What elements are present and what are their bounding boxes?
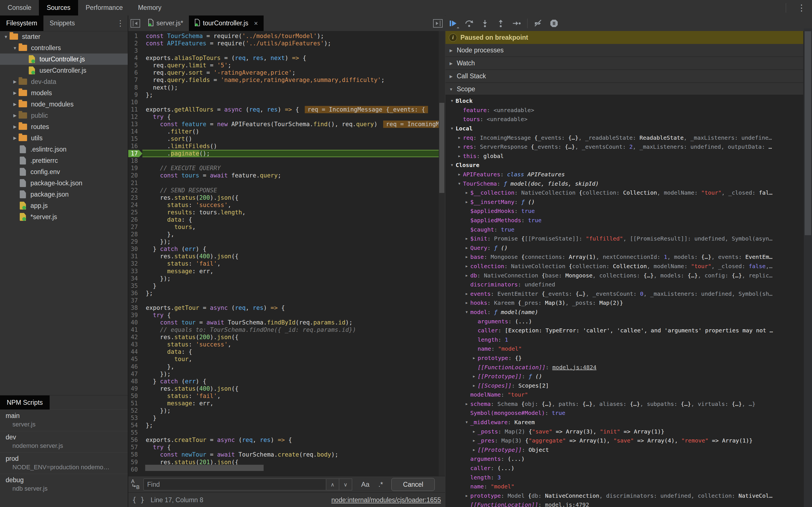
- line-number[interactable]: 58: [128, 451, 142, 458]
- horizontal-scrollbar-thumb[interactable]: [145, 465, 264, 471]
- scope-expander-icon[interactable]: ▶: [470, 356, 477, 360]
- scope-row[interactable]: ▶collection: NativeCollection {collectio…: [446, 262, 803, 271]
- close-tab-icon[interactable]: ×: [254, 19, 258, 27]
- line-number[interactable]: 28: [128, 231, 142, 238]
- line-number[interactable]: 41: [128, 326, 142, 334]
- scope-expander-icon[interactable]: ▶: [456, 172, 463, 176]
- code-line-38[interactable]: 38exports.getTour = async (req, res) => …: [128, 304, 439, 312]
- scope-row[interactable]: ▶$__collection: NativeCollection {collec…: [446, 188, 803, 198]
- scope-row[interactable]: ▼Block: [446, 96, 803, 106]
- scope-row[interactable]: discriminators: undefined: [446, 280, 803, 289]
- scope-row[interactable]: ▶db: NativeConnection {base: Mongoose, c…: [446, 271, 803, 280]
- line-number[interactable]: 5: [128, 62, 142, 69]
- line-number[interactable]: 8: [128, 84, 142, 91]
- scope-expander-icon[interactable]: ▶: [463, 274, 470, 277]
- code-line-1[interactable]: 1const TourSchema = require('../models/t…: [128, 33, 439, 40]
- line-number[interactable]: 9: [128, 91, 142, 99]
- tree-item-routes[interactable]: ▶routes: [0, 121, 128, 132]
- panel-scrollbar-thumb[interactable]: [805, 31, 811, 235]
- line-number[interactable]: 47: [128, 371, 142, 378]
- code-line-36[interactable]: 36};: [128, 290, 439, 297]
- tree-expander-icon[interactable]: ▼: [11, 46, 18, 50]
- line-number[interactable]: 26: [128, 216, 142, 223]
- code-line-9[interactable]: 9};: [128, 91, 439, 99]
- code-line-33[interactable]: 33 message: err,: [128, 268, 439, 275]
- code-line-49[interactable]: 49 res.status(400).json({: [128, 385, 439, 392]
- code-line-14[interactable]: 14 .filter(): [128, 128, 439, 135]
- scope-expander-icon[interactable]: ▶: [463, 264, 470, 268]
- npm-scripts-tab[interactable]: NPM Scripts: [0, 395, 50, 409]
- scope-expander-icon[interactable]: ▶: [470, 384, 477, 388]
- code-line-43[interactable]: 43 status: 'success',: [128, 341, 439, 348]
- scope-row[interactable]: ▶[[Prototype]]: Object: [446, 445, 803, 455]
- line-number[interactable]: 38: [128, 304, 142, 312]
- scope-row[interactable]: length: 3: [446, 473, 803, 482]
- line-number[interactable]: 50: [128, 392, 142, 400]
- code-line-20[interactable]: 20 const tours = await feature.query;: [128, 172, 439, 179]
- scope-expander-icon[interactable]: ▶: [463, 237, 470, 240]
- section-expander-icon[interactable]: ▶: [446, 61, 457, 66]
- scope-row[interactable]: ▶events: EventEmitter {_events: {…}, _ev…: [446, 289, 803, 298]
- code-line-27[interactable]: 27 tours,: [128, 223, 439, 231]
- line-number[interactable]: 12: [128, 113, 142, 121]
- code-line-39[interactable]: 39 try {: [128, 312, 439, 319]
- line-number[interactable]: 55: [128, 429, 142, 436]
- line-number[interactable]: 19: [128, 165, 142, 172]
- section-header-call-stack[interactable]: ▶Call Stack: [446, 70, 803, 83]
- line-number[interactable]: 39: [128, 312, 142, 319]
- sidebar-kebab-icon[interactable]: ⋮: [116, 15, 124, 31]
- code-line-6[interactable]: 6 req.query.sort = '-ratingAverage,price…: [128, 69, 439, 76]
- step-into-button[interactable]: [477, 15, 493, 31]
- code-line-5[interactable]: 5 req.query.limit = '5';: [128, 62, 439, 69]
- line-number[interactable]: 2: [128, 40, 142, 47]
- line-number[interactable]: 24: [128, 202, 142, 209]
- line-number[interactable]: 27: [128, 223, 142, 231]
- line-number[interactable]: 43: [128, 341, 142, 348]
- code-line-29[interactable]: 29 });: [128, 238, 439, 245]
- tree-item-server.js[interactable]: *server.js: [0, 211, 128, 223]
- scope-row[interactable]: caller: (...): [446, 464, 803, 473]
- main-tab-performance[interactable]: Performance: [78, 0, 131, 15]
- scope-row[interactable]: ▶Query: ƒ (): [446, 243, 803, 252]
- code-line-13[interactable]: 13 const feature = new APIFeatures(TourS…: [128, 121, 439, 128]
- tree-item-tourController.js[interactable]: tourController.js: [0, 54, 128, 65]
- npm-script-main[interactable]: mainserver.js: [0, 410, 128, 431]
- line-number[interactable]: 54: [128, 421, 142, 429]
- tree-item-.eslintrc.json[interactable]: .eslintrc.json: [0, 144, 128, 155]
- scope-expander-icon[interactable]: ▶: [470, 439, 477, 443]
- scope-expander-icon[interactable]: ▼: [448, 126, 456, 130]
- scope-row[interactable]: tours: <unreadable>: [446, 115, 803, 124]
- scope-expander-icon[interactable]: ▼: [448, 99, 456, 103]
- code-line-15[interactable]: 15 .sort(): [128, 135, 439, 143]
- line-number[interactable]: 25: [128, 209, 142, 216]
- scope-row[interactable]: name: "model": [446, 482, 803, 491]
- editor-tab-tourController.js[interactable]: tourController.js×: [189, 15, 264, 31]
- line-number[interactable]: 44: [128, 348, 142, 355]
- scope-row[interactable]: feature: <unreadable>: [446, 106, 803, 115]
- step-over-button[interactable]: [461, 15, 477, 31]
- scope-row[interactable]: ▶prototype: {}: [446, 353, 803, 363]
- line-number[interactable]: 21: [128, 179, 142, 187]
- code-line-45[interactable]: 45 tour,: [128, 355, 439, 363]
- code-line-21[interactable]: 21: [128, 179, 439, 187]
- line-number[interactable]: 10: [128, 99, 142, 106]
- line-number[interactable]: 40: [128, 319, 142, 326]
- code-line-40[interactable]: 40 const tour = await TourSchema.findByI…: [128, 319, 439, 326]
- line-number[interactable]: 16: [128, 143, 142, 150]
- tree-item-models[interactable]: ▶models: [0, 87, 128, 99]
- scope-expander-icon[interactable]: ▼: [456, 182, 463, 186]
- line-number[interactable]: 49: [128, 385, 142, 392]
- code-line-25[interactable]: 25 results: tours.length,: [128, 209, 439, 216]
- code-line-54[interactable]: 54};: [128, 421, 439, 429]
- section-header-node-processes[interactable]: ▶Node processes: [446, 44, 803, 57]
- scope-row[interactable]: ▼Closure: [446, 161, 803, 170]
- code-line-34[interactable]: 34 });: [128, 275, 439, 282]
- tree-item-utils[interactable]: ▶utils: [0, 132, 128, 144]
- scope-expander-icon[interactable]: ▼: [463, 420, 470, 424]
- scope-row[interactable]: arguments: (...): [446, 317, 803, 326]
- line-number[interactable]: 52: [128, 407, 142, 414]
- tree-item-package.json[interactable]: package.json: [0, 189, 128, 200]
- code-line-19[interactable]: 19 // EXECUTE QUERRY: [128, 165, 439, 172]
- line-number[interactable]: 23: [128, 194, 142, 202]
- main-menu-kebab-icon[interactable]: ⋮: [791, 3, 812, 13]
